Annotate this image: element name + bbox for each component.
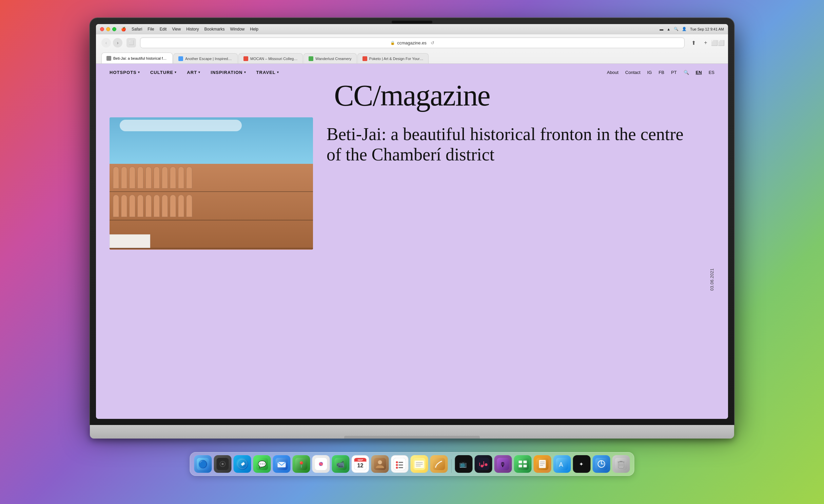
menu-edit[interactable]: Edit [160,27,167,32]
nav-fb[interactable]: FB [659,70,664,75]
screen: 🍎 Safari File Edit View History Bookmark… [96,24,728,419]
share-button[interactable]: ⬆ [689,38,698,47]
forward-button[interactable]: › [113,38,122,47]
svg-rect-58 [524,465,527,467]
dock-finder[interactable]: 🔵 [194,455,212,473]
menu-safari[interactable]: Safari [132,27,142,32]
arch-17 [162,195,168,217]
menu-view[interactable]: View [172,27,181,32]
dock-maps[interactable]: 📍 [293,455,310,473]
dock-screen-time[interactable] [593,455,610,473]
menu-bar-right: ▬ ▲ 🔍 👤 Tue Sep 12 9:41 AM [660,27,724,31]
dock-reminders[interactable] [391,455,409,473]
nav-travel[interactable]: TRAVEL ▾ [256,70,279,75]
maximize-button[interactable] [112,27,116,31]
svg-rect-50 [484,461,484,466]
nav-search-icon[interactable]: 🔍 [684,70,689,75]
dock-messages[interactable]: 💬 [253,455,271,473]
culture-dropdown-icon: ▾ [175,71,177,74]
hero-content: Beti-Jai: a beautiful historical fronton… [110,117,714,419]
nav-about[interactable]: About [607,70,619,75]
svg-text:📺: 📺 [459,461,467,468]
dock-calendar[interactable]: SEP12 [352,455,369,473]
nav-pt[interactable]: PT [671,70,677,75]
dock-trash[interactable] [612,455,630,473]
tab-2[interactable]: MOCAN – Missouri College & Career Attain… [238,53,303,63]
nav-culture[interactable]: CULTURE ▾ [150,70,177,75]
svg-rect-44 [433,458,445,470]
new-tab-button[interactable]: + [701,38,710,47]
dock-music[interactable] [475,455,492,473]
dock-chatgpt[interactable]: ✦ [573,455,591,473]
tab-3[interactable]: Wanderlust Creamery [303,53,357,63]
dock-contacts[interactable] [371,455,389,473]
menu-window[interactable]: Window [230,27,245,32]
website-content: HOTSPOTS ▾ CULTURE ▾ ART ▾ INSPIRATION ▾ [96,64,728,419]
arch-13 [129,195,135,217]
tab-4[interactable]: Poketo | Art & Design For Your Every Day [357,53,429,63]
tab-overview-button[interactable]: ⬜⬜ [713,38,723,47]
arch-11 [113,195,119,217]
arch-20 [186,195,192,217]
menu-bar-items: 🍎 Safari File Edit View History Bookmark… [121,27,258,32]
menu-file[interactable]: File [148,27,154,32]
minimize-button[interactable] [106,27,110,31]
svg-rect-56 [524,461,527,463]
nav-ig[interactable]: IG [647,70,652,75]
svg-rect-51 [479,463,480,466]
inspiration-dropdown-icon: ▾ [244,71,246,74]
white-building [110,234,150,248]
safari-toolbar: ‹ › ⬜ 🔒 ccmagazine.es ↺ ⬆ + ⬜⬜ [96,34,728,51]
nav-contact[interactable]: Contact [625,70,641,75]
tab-1[interactable]: Another Escape | Inspired by nature [173,53,238,63]
dock-appstore[interactable]: A [553,455,571,473]
building-row-1 [110,164,313,192]
arch-6 [154,167,160,189]
menu-help[interactable]: Help [250,27,258,32]
dock-tv[interactable]: 📺 [455,455,473,473]
wifi-icon: ▲ [667,27,670,31]
search-icon[interactable]: 🔍 [674,27,679,31]
tab-0[interactable]: Beti-Jai: a beautiful historical fronton… [101,53,173,63]
dock-facetime[interactable]: 📹 [332,455,350,473]
svg-point-31 [378,460,382,464]
nav-hotspots[interactable]: HOTSPOTS ▾ [110,70,140,75]
dock-launchpad[interactable] [214,455,232,473]
nav-inspiration[interactable]: INSPIRATION ▾ [211,70,246,75]
tab-label-0: Beti-Jai: a beautiful historical fronton… [113,56,168,60]
dock-photos[interactable] [312,455,330,473]
site-nav-right: About Contact IG FB PT 🔍 EN ES [607,70,714,75]
arch-8 [170,167,176,189]
sidebar-button[interactable]: ⬜ [126,38,136,47]
apple-menu[interactable]: 🍎 [121,27,126,32]
svg-point-4 [222,463,224,465]
reload-icon[interactable]: ↺ [431,40,434,45]
dock-safari[interactable] [234,455,251,473]
nav-art[interactable]: ART ▾ [187,70,200,75]
dock-podcasts[interactable]: 🎙 [494,455,512,473]
site-navigation: HOTSPOTS ▾ CULTURE ▾ ART ▾ INSPIRATION ▾ [96,64,728,81]
menu-history[interactable]: History [186,27,199,32]
dock-mail[interactable] [273,455,291,473]
building-facade [110,164,313,250]
sky-area [110,117,313,164]
arch-18 [170,195,176,217]
article-title: Beti-Jai: a beautiful historical fronton… [327,124,701,165]
user-icon: 👤 [682,27,687,31]
battery-icon: ▬ [660,27,663,31]
macos-menubar: 🍎 Safari File Edit View History Bookmark… [96,24,728,34]
svg-point-35 [396,464,398,466]
tab-label-1: Another Escape | Inspired by nature [185,57,233,61]
dock-notes[interactable] [411,455,428,473]
close-button[interactable] [100,27,104,31]
dock-separator [451,459,452,473]
dock-freeform[interactable] [430,455,448,473]
menu-bookmarks[interactable]: Bookmarks [204,27,225,32]
svg-text:12: 12 [357,463,364,468]
nav-lang-es[interactable]: ES [709,70,714,75]
nav-lang-en[interactable]: EN [696,70,702,75]
dock-pages[interactable] [534,455,551,473]
address-bar[interactable]: 🔒 ccmagazine.es ↺ [140,37,685,48]
back-button[interactable]: ‹ [101,38,111,47]
dock-numbers[interactable] [514,455,532,473]
